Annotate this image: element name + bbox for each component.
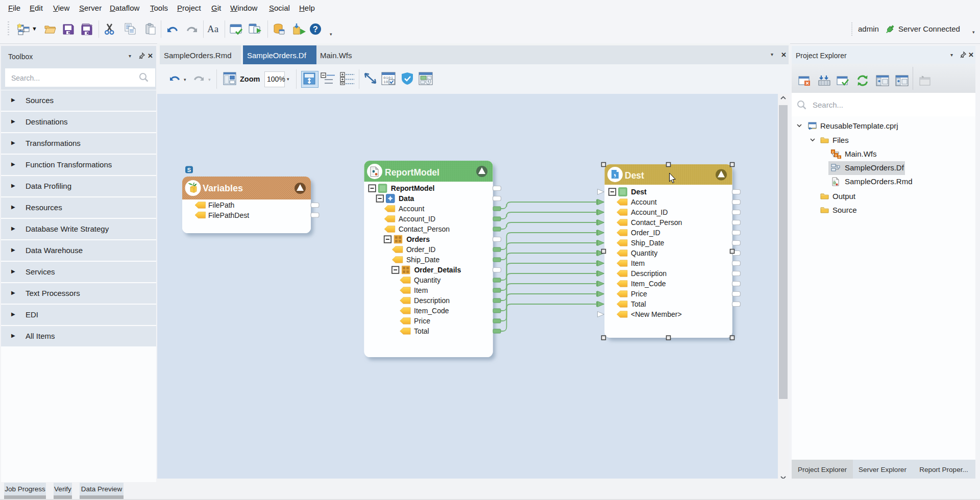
svg-text:10: 10: [383, 80, 388, 84]
svg-text:Account: Account: [631, 198, 657, 206]
svg-text:Dest: Dest: [625, 170, 644, 181]
svg-text:?: ?: [313, 25, 318, 34]
svg-text:Price: Price: [414, 317, 430, 325]
svg-text:S: S: [187, 167, 191, 173]
svg-text:Description: Description: [631, 269, 667, 278]
svg-text:Quantity: Quantity: [631, 249, 657, 257]
svg-text:Contact_Person: Contact_Person: [399, 225, 450, 233]
svg-text:Order_ID: Order_ID: [631, 229, 660, 237]
svg-text:Price: Price: [631, 290, 647, 298]
svg-text:Total: Total: [414, 327, 429, 335]
svg-text:Item_Code: Item_Code: [414, 307, 449, 315]
svg-text:Quantity: Quantity: [414, 276, 440, 284]
svg-text:Order_ID: Order_ID: [406, 245, 436, 254]
svg-text:Data: Data: [399, 194, 414, 203]
svg-text:Item_Code: Item_Code: [631, 280, 666, 288]
svg-text:Description: Description: [414, 296, 450, 305]
svg-text:ReportModel: ReportModel: [391, 184, 435, 192]
svg-text:Dest: Dest: [631, 188, 647, 196]
svg-text:Total: Total: [631, 300, 646, 308]
svg-text:FilePath: FilePath: [208, 201, 234, 209]
svg-text:Account_ID: Account_ID: [631, 208, 668, 216]
svg-text:ReportModel: ReportModel: [385, 167, 439, 178]
svg-text:FilePathDest: FilePathDest: [208, 211, 249, 219]
svg-text:Variables: Variables: [203, 183, 243, 193]
svg-text:<New Member>: <New Member>: [631, 310, 682, 318]
svg-text:Order_Details: Order_Details: [414, 266, 461, 274]
svg-text:4: 4: [838, 156, 840, 159]
svg-text:Contact_Person: Contact_Person: [631, 218, 682, 227]
svg-text:Account: Account: [399, 205, 425, 213]
svg-text:Ship_Date: Ship_Date: [406, 256, 440, 264]
svg-text:Ship_Date: Ship_Date: [631, 239, 665, 247]
svg-text:Orders: Orders: [406, 235, 430, 243]
svg-text:Item: Item: [631, 259, 645, 267]
svg-text:Item: Item: [414, 286, 428, 294]
svg-text:Account_ID: Account_ID: [399, 215, 435, 223]
